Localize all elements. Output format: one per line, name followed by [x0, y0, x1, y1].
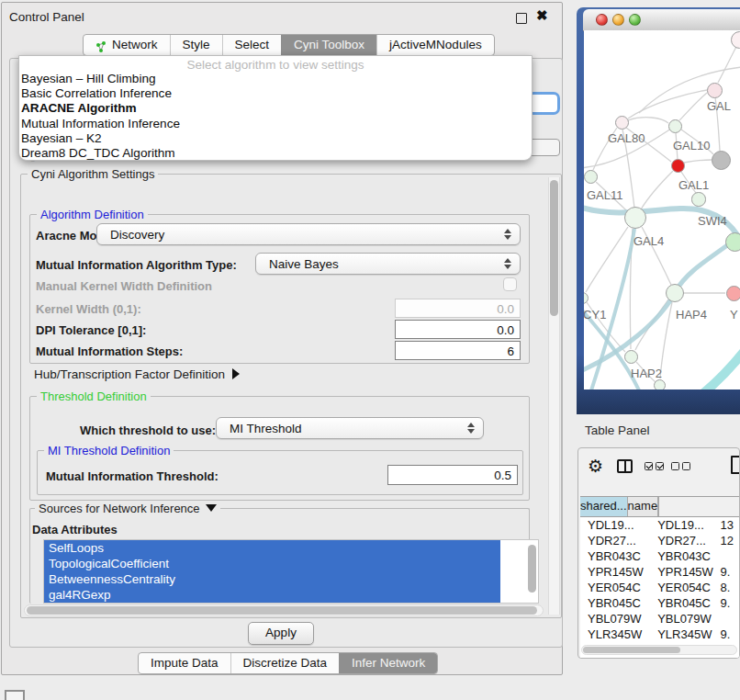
minimize-window-icon[interactable]	[612, 14, 624, 26]
column-header[interactable]: shared...	[580, 497, 628, 516]
table-row[interactable]: YBL079W YBL079W	[580, 611, 739, 627]
algorithm-option[interactable]: Mutual Information Inference	[19, 117, 532, 131]
network-node[interactable]	[624, 350, 638, 364]
apply-button[interactable]: Apply	[248, 622, 314, 645]
cell-value: 12	[716, 533, 739, 548]
algorithm-option[interactable]: Dream8 DC_TDC Algorithm	[19, 146, 532, 161]
tab-item[interactable]: Infer Network	[339, 653, 437, 673]
stepper-arrows-icon	[504, 229, 511, 240]
tab-item[interactable]: Network	[84, 35, 170, 55]
table-horizontal-scrollbar[interactable]	[581, 645, 737, 655]
attribute-item[interactable]: BetweennessCentrality	[44, 571, 500, 587]
scrollbar-thumb[interactable]	[550, 180, 558, 316]
algorithm-option[interactable]: Bayesian – Hill Climbing	[19, 72, 532, 86]
manual-kernel-checkbox[interactable]	[503, 277, 517, 291]
table-row[interactable]: YBR043C YBR043C	[580, 548, 739, 564]
cell-value	[716, 611, 739, 627]
which-threshold-combobox[interactable]: MI Threshold	[216, 417, 484, 439]
column-header[interactable]: name	[628, 497, 659, 516]
table-row[interactable]: YDR27... YDR27... 12	[580, 533, 739, 548]
network-node[interactable]	[668, 119, 682, 133]
network-view-window: GALGAL80GAL10GAL1GAL11SWI4GAL4GCY1HAP4YH…	[577, 7, 740, 414]
close-window-icon[interactable]	[596, 14, 608, 26]
kernel-width-field[interactable]: 0.0	[395, 299, 521, 318]
algorithm-dropdown-hint: Select algorithm to view settings	[19, 58, 532, 72]
zoom-window-icon[interactable]	[629, 14, 641, 26]
cell-name: YDR27...	[652, 533, 715, 548]
scrollbar-thumb[interactable]	[27, 606, 537, 615]
network-node[interactable]	[712, 151, 731, 170]
stepper-arrows-icon	[504, 258, 511, 269]
network-node[interactable]	[666, 284, 684, 302]
network-tab-icon	[95, 40, 107, 51]
network-node[interactable]	[707, 83, 723, 98]
node-label: GAL11	[587, 188, 623, 202]
tab-item[interactable]: Cyni Toolbox	[281, 35, 376, 55]
network-node[interactable]	[624, 207, 646, 229]
network-node[interactable]	[691, 192, 705, 206]
cell-name: YLR345W	[652, 627, 715, 642]
settings-vertical-scrollbar[interactable]	[548, 177, 560, 615]
table-row[interactable]: YDL19... YDL19... 13	[580, 517, 739, 533]
table-row[interactable]: YPR145W YPR145W 9.	[580, 564, 739, 580]
mi-threshold-field[interactable]: 0.5	[387, 465, 518, 485]
mi-type-value: Naive Bayes	[269, 257, 339, 271]
tab-item[interactable]: Style	[170, 35, 222, 55]
tab-item[interactable]: jActiveMNodules	[376, 35, 494, 55]
manual-kernel-label: Manual Kernel Width Definition	[36, 279, 212, 293]
export-table-icon[interactable]	[731, 456, 740, 474]
hub-section-header[interactable]: Hub/Transcription Factor Definition	[34, 367, 240, 381]
algorithm-option[interactable]: ARACNE Algorithm	[19, 101, 532, 116]
cell-shared-name: YER054C	[580, 580, 652, 595]
select-all-columns-icon[interactable]	[645, 462, 664, 470]
dpi-tolerance-field[interactable]: 0.0	[395, 320, 521, 339]
network-node[interactable]	[725, 232, 740, 252]
mi-steps-label: Mutual Information Steps:	[36, 344, 183, 358]
attribute-item[interactable]: TopologicalCoefficient	[44, 556, 500, 571]
network-node[interactable]	[615, 116, 629, 130]
cell-name: YBR043C	[652, 548, 715, 564]
mi-type-combobox[interactable]: Naive Bayes	[255, 253, 521, 275]
network-node[interactable]	[671, 159, 685, 173]
table-row[interactable]: YLR345W YLR345W 9.	[580, 627, 739, 642]
gear-icon[interactable]: ⚙	[588, 456, 603, 476]
close-panel-icon[interactable]: ✖	[536, 6, 548, 25]
scrollbar-thumb[interactable]	[583, 647, 680, 653]
float-window-icon[interactable]	[516, 13, 527, 24]
tab-item[interactable]: Discretize Data	[230, 653, 340, 673]
attribute-item[interactable]: SelfLoops	[44, 540, 500, 556]
docked-panel-icon[interactable]	[5, 690, 25, 700]
mi-type-label: Mutual Information Algorithm Type:	[36, 258, 237, 272]
table-row[interactable]: YBR045C YBR045C 9.	[580, 595, 739, 611]
application-root: Control Panel ✖ Network Style Select Cyn…	[0, 0, 740, 700]
algorithm-definition-title: Algorithm Definition	[37, 208, 148, 221]
table-row[interactable]: YER054C YER054C 8.	[580, 580, 739, 595]
deselect-all-columns-icon[interactable]	[671, 462, 690, 470]
tab-item[interactable]: Select	[222, 35, 282, 55]
mi-steps-field[interactable]: 6	[395, 341, 521, 360]
tab-label: Infer Network	[352, 653, 425, 673]
network-node[interactable]	[726, 286, 740, 301]
settings-horizontal-scrollbar[interactable]	[24, 604, 544, 616]
network-window-titlebar[interactable]	[583, 9, 740, 31]
aracne-mode-combobox[interactable]: Discovery	[96, 223, 521, 245]
algorithm-option[interactable]: Bayesian – K2	[19, 131, 532, 146]
cell-name: YBR045C	[652, 595, 715, 611]
collapse-arrow-icon	[206, 504, 217, 512]
algorithm-dropdown-list: Bayesian – Hill ClimbingBasic Correlatio…	[19, 72, 532, 161]
column-header[interactable]	[658, 497, 659, 516]
attribute-item[interactable]: gal4RGexp	[44, 587, 500, 603]
tab-item[interactable]: Impute Data	[139, 653, 230, 673]
sources-group-title[interactable]: Sources for Network Inference	[35, 502, 220, 515]
network-node[interactable]	[654, 379, 666, 390]
which-threshold-value: MI Threshold	[230, 422, 302, 435]
algorithm-option[interactable]: Basic Correlation Inference	[19, 86, 532, 101]
cell-shared-name: YBR043C	[580, 548, 652, 564]
network-canvas[interactable]: GALGAL80GAL10GAL1GAL11SWI4GAL4GCY1HAP4YH…	[584, 30, 740, 390]
list-vertical-scrollbar[interactable]	[528, 545, 536, 593]
node-label: Y	[730, 308, 738, 322]
network-node[interactable]	[584, 170, 598, 184]
kernel-width-label: Kernel Width (0,1):	[36, 302, 141, 316]
table-header-row: shared...name	[580, 496, 739, 517]
columns-icon[interactable]	[617, 459, 633, 473]
